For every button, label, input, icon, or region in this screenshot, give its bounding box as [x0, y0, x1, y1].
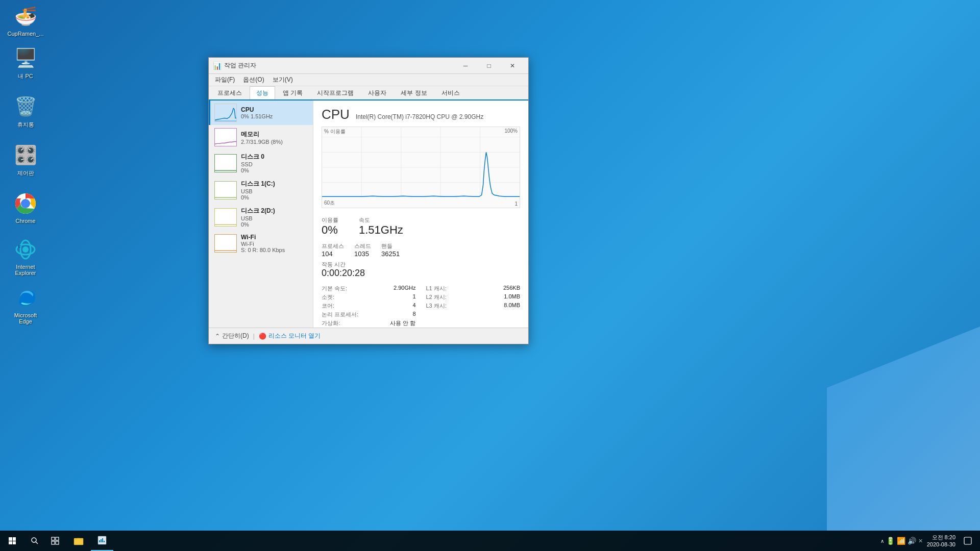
stats-row2: 프로세스 104 스레드 1035 핸들 36251 — [322, 242, 520, 258]
l3-key: L3 캐시: — [426, 302, 447, 310]
window-titlebar: 📊 작업 관리자 ─ □ ✕ — [209, 58, 528, 74]
l1-key: L1 캐시: — [426, 285, 447, 292]
sidebar: CPU 0% 1.51GHz 메모리 2.7/31.9GB (8%) — [209, 101, 313, 328]
disk0-detail1: SSD — [241, 161, 264, 167]
tray-show-hidden[interactable]: ∧ — [880, 538, 884, 544]
info-col-left: 기본 속도: 2.90GHz 소켓: 1 코어: 4 논리 프로세서: — [322, 285, 416, 328]
taskbar-system-tray: ∧ 🔋 📶 🔊 ✕ 오전 8:20 2020-08-30 — [880, 531, 980, 551]
l1-val: 256KB — [503, 285, 520, 292]
tab-startup[interactable]: 시작프로그램 — [310, 86, 360, 99]
menu-file[interactable]: 파일(F) — [211, 74, 239, 86]
start-icon — [9, 537, 16, 544]
tab-processes[interactable]: 프로세스 — [211, 86, 249, 99]
cup-ramen-icon: 🍜 — [13, 4, 38, 29]
tab-services[interactable]: 서비스 — [435, 86, 467, 99]
sidebar-item-wifi[interactable]: Wi-Fi Wi-Fi S: 0 R: 80.0 Kbps — [209, 231, 313, 256]
stats-row1: 이용률 0% 속도 1.51GHz — [322, 214, 520, 238]
desktop-icon-recycle-bin[interactable]: 🗑️ 휴지통 — [5, 94, 46, 129]
tab-users[interactable]: 사용자 — [361, 86, 393, 99]
l2-key: L2 캐시: — [426, 293, 447, 301]
disk2-detail1: USB — [241, 215, 275, 221]
tab-performance[interactable]: 성능 — [250, 86, 275, 99]
tab-app-history[interactable]: 앱 기록 — [276, 86, 309, 99]
wifi-thumbnail — [214, 234, 237, 253]
window-controls: ─ □ ✕ — [454, 58, 524, 74]
graph-x-end: 1 — [514, 201, 518, 207]
taskbar-task-manager[interactable] — [91, 531, 113, 551]
desktop-icon-ie[interactable]: e InternetExplorer — [5, 237, 46, 276]
handles-value: 36251 — [381, 250, 400, 258]
handles-label: 핸들 — [381, 242, 400, 250]
taskbar-search-button[interactable] — [24, 531, 45, 551]
disk0-name: 디스크 0 — [241, 153, 264, 161]
sidebar-item-memory[interactable]: 메모리 2.7/31.9GB (8%) — [209, 125, 313, 149]
sidebar-item-cpu[interactable]: CPU 0% 1.51GHz — [209, 101, 313, 125]
desktop-icon-chrome[interactable]: Chrome — [5, 191, 46, 224]
disk1-name: 디스크 1(C:) — [241, 180, 275, 188]
resource-monitor-icon: 🔴 — [259, 333, 266, 340]
memory-name: 메모리 — [241, 130, 283, 139]
l3-row: L3 캐시: 8.0MB — [426, 302, 521, 310]
clock-time: 오전 8:20 — [927, 534, 955, 541]
tabbar: 프로세스 성능 앱 기록 시작프로그램 사용자 세부 정보 서비스 — [209, 86, 528, 101]
desktop-icon-edge[interactable]: MicrosoftEdge — [5, 286, 46, 324]
recycle-bin-icon: 🗑️ — [13, 94, 38, 119]
svg-line-20 — [36, 542, 38, 544]
sidebar-item-disk1[interactable]: 디스크 1(C:) USB 0% — [209, 177, 313, 204]
sidebar-item-disk0[interactable]: 디스크 0 SSD 0% — [209, 149, 313, 177]
uptime-value: 0:00:20:28 — [322, 268, 520, 279]
disk2-thumbnail — [214, 208, 237, 227]
svg-rect-21 — [52, 537, 55, 540]
footer-separator: | — [253, 333, 255, 340]
disk2-name: 디스크 2(D:) — [241, 207, 275, 215]
wifi-detail1: Wi-Fi — [241, 241, 285, 247]
svg-point-19 — [32, 538, 36, 542]
svg-point-2 — [22, 200, 29, 207]
cpu-graph-svg — [322, 127, 520, 208]
minimize-button[interactable]: ─ — [454, 58, 477, 74]
menu-view[interactable]: 보기(V) — [268, 74, 297, 86]
core-row: 코어: 4 — [322, 302, 416, 310]
panel-title: CPU — [322, 107, 350, 122]
desktop-icon-my-pc[interactable]: 🖥️ 내 PC — [5, 46, 46, 80]
recycle-bin-label: 휴지통 — [17, 121, 34, 129]
close-button[interactable]: ✕ — [501, 58, 524, 74]
collapse-icon: ⌃ — [215, 333, 220, 340]
disk1-info: 디스크 1(C:) USB 0% — [241, 180, 275, 201]
l1-row: L1 캐시: 256KB — [426, 285, 521, 292]
task-view-button[interactable] — [45, 531, 65, 551]
desktop-icon-cup-ramen[interactable]: 🍜 CupRamen_... — [5, 4, 46, 37]
panel-header: CPU Intel(R) Core(TM) i7-7820HQ CPU @ 2.… — [322, 107, 520, 122]
graph-y-label: % 이용률 — [324, 128, 346, 135]
sidebar-item-disk2[interactable]: 디스크 2(D:) USB 0% — [209, 204, 313, 231]
processes-label: 프로세스 — [322, 242, 344, 250]
speed-stat: 속도 1.51GHz — [359, 214, 403, 238]
disk1-thumbnail — [214, 181, 237, 199]
resource-monitor-button[interactable]: 🔴 리소스 모니터 열기 — [259, 332, 321, 340]
start-button[interactable] — [0, 531, 24, 551]
disk0-info: 디스크 0 SSD 0% — [241, 153, 264, 173]
notification-button[interactable] — [960, 531, 976, 551]
cpu-graph: % 이용률 100% 60초 1 — [322, 127, 520, 208]
edge-label: MicrosoftEdge — [14, 312, 37, 324]
window-title: 작업 관리자 — [224, 61, 454, 70]
disk0-thumbnail — [214, 154, 237, 172]
disk2-info: 디스크 2(D:) USB 0% — [241, 207, 275, 228]
collapse-button[interactable]: ⌃ 간단히(D) — [215, 332, 249, 340]
desktop-icon-control-panel[interactable]: 🎛️ 제어판 — [5, 143, 46, 177]
window-body: CPU 0% 1.51GHz 메모리 2.7/31.9GB (8%) — [209, 101, 528, 328]
taskbar-clock[interactable]: 오전 8:20 2020-08-30 — [927, 534, 955, 548]
main-panel: CPU Intel(R) Core(TM) i7-7820HQ CPU @ 2.… — [313, 101, 528, 328]
battery-icon: 🔋 — [886, 537, 895, 545]
taskbar-file-explorer[interactable] — [67, 531, 90, 551]
cpu-thumbnail — [214, 104, 237, 122]
maximize-button[interactable]: □ — [477, 58, 501, 74]
desktop-decoration — [827, 327, 980, 531]
wifi-detail2: S: 0 R: 80.0 Kbps — [241, 247, 285, 253]
uptime-label: 작동 시간 — [322, 261, 520, 268]
my-pc-icon: 🖥️ — [13, 46, 38, 70]
menu-options[interactable]: 옵션(O) — [239, 74, 268, 86]
edge-icon — [13, 286, 38, 310]
l2-val: 1.0MB — [504, 293, 520, 301]
tab-details[interactable]: 세부 정보 — [394, 86, 433, 99]
